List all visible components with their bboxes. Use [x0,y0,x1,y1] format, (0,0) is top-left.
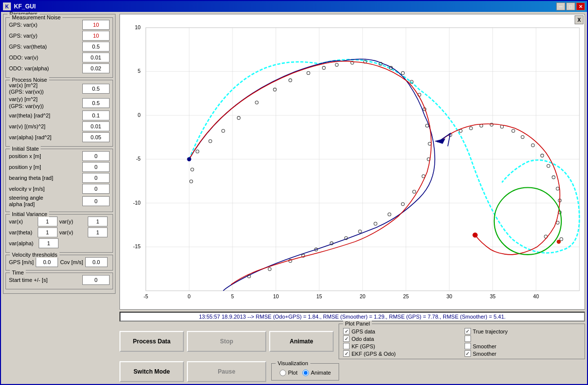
iv-var-theta-input[interactable] [38,227,58,237]
iv-label: var(y) [59,219,88,224]
svg-point-92 [557,240,561,244]
ekf-gps-odo-checkbox[interactable] [343,350,350,357]
plot-panel-box: Plot Panel GPS data True trajectory O [339,324,585,359]
maximize-button[interactable]: □ [566,2,575,10]
initial-variance-title: Initial Variance [10,211,49,217]
animate-radio-label: Animate [311,370,331,376]
process-noise-title: Process Noise [10,77,49,83]
form-row: bearing theta [rad] [9,173,110,183]
stop-button[interactable]: Stop [187,331,266,352]
pp-smoother1: Smoother [465,343,581,349]
svg-text:30: 30 [446,294,452,299]
odo-data-checkbox[interactable] [343,335,350,342]
form-row: steering anglealpha [rad] [9,195,110,208]
initial-state-group: Initial State position x [m] position y … [5,149,113,212]
iv-label: var(v) [59,229,88,235]
switch-mode-button[interactable]: Switch Mode [119,361,184,382]
form-row: var(y) [m^2](GPS: var(vy)) [9,96,110,109]
time-title: Time [10,270,26,275]
iv-var-y-input[interactable] [88,217,108,226]
iv-var-alpha-input[interactable] [39,238,59,248]
velocity-thresholds-title: Velocity thresholds [10,252,59,258]
kf-gps-label: KF (GPS) [352,343,375,349]
form-row: var(v) [(m/s)^2] [9,121,110,131]
time-group: Time Start time +/- [s] [5,273,113,289]
pause-button[interactable]: Pause [187,361,266,382]
is-steering-alpha-input[interactable] [82,196,110,206]
pp-empty [465,335,581,342]
bottom-controls-row1: Process Data Stop Animate Plot Panel GPS… [119,324,585,359]
gps-var-theta-input[interactable] [82,42,110,52]
gps-data-checkbox[interactable] [343,328,350,334]
field-label: var(y) [m^2](GPS: var(vy)) [9,96,82,109]
empty-checkbox[interactable] [465,335,471,342]
form-row: var(x) [m^2](GPS: var(vx)) [9,82,110,95]
is-pos-y-input[interactable] [82,162,110,172]
smoother2-checkbox[interactable] [465,350,471,357]
close-button[interactable]: ✕ [576,2,585,10]
minimize-button[interactable]: ─ [556,2,565,10]
titlebar: K KF_GUI ─ □ ✕ [1,1,587,12]
right-panel: X [118,12,587,384]
initial-state-title: Initial State [10,146,41,152]
is-pos-x-input[interactable] [82,151,110,161]
process-data-button[interactable]: Process Data [119,331,184,352]
gps-var-x-input[interactable] [82,20,110,30]
field-label: ODO: var(v) [9,55,82,60]
true-traj-checkbox[interactable] [465,328,471,334]
svg-text:0: 0 [138,112,141,118]
odo-var-alpha-input[interactable] [82,63,110,73]
animate-button[interactable]: Animate [269,331,334,352]
svg-text:35: 35 [490,294,496,299]
pp-ekf-gps-odo: EKF (GPS & Odo) [343,350,460,357]
measurement-noise-group: Measurement Noise GPS: var(x) GPS: var(y… [5,17,113,78]
status-bar: 13:55:57 18.9.2013 --> RMSE (Odo+GPS) = … [119,312,585,322]
bottom-controls-row2: Switch Mode Pause Visualization Plot Ani… [119,361,585,382]
svg-text:40: 40 [533,294,539,299]
pn-var-x-input[interactable] [82,84,110,94]
odo-var-v-input[interactable] [82,53,110,62]
animate-radio[interactable] [302,370,309,376]
svg-text:5: 5 [138,68,141,74]
field-label: bearing theta [rad] [9,175,82,181]
process-noise-group: Process Noise var(x) [m^2](GPS: var(vx))… [5,80,113,147]
gps-ms-input[interactable] [36,257,58,267]
true-traj-label: True trajectory [473,329,508,334]
form-row: ODO: var(alpha) [9,63,110,73]
is-velocity-v-input[interactable] [82,184,110,194]
left-panel: Parameters Measurement Noise GPS: var(x)… [1,12,118,384]
gps-var-y-input[interactable] [82,31,110,41]
svg-text:5: 5 [231,294,234,299]
svg-text:20: 20 [360,294,366,299]
iv-label: var(x) [9,219,38,224]
pp-gps-data: GPS data [343,328,460,334]
iv-var-v-input[interactable] [88,227,108,237]
plot-panel-title: Plot Panel [343,321,372,327]
start-time-input[interactable] [82,275,110,285]
svg-text:10: 10 [273,294,279,299]
pn-var-v-input[interactable] [82,121,110,131]
svg-text:-10: -10 [133,200,141,206]
svg-point-90 [187,157,191,161]
plot-radio-group: Plot [280,370,297,376]
initial-variance-group: Initial Variance var(x) var(y) var(theta… [5,214,113,253]
form-row: velocity v [m/s] [9,184,110,194]
plot-radio[interactable] [280,370,286,376]
status-text: 13:55:57 18.9.2013 --> RMSE (Odo+GPS) = … [199,314,506,320]
field-label: steering anglealpha [rad] [9,195,82,208]
svg-point-91 [472,232,477,237]
form-row: var(alpha) [rad^2] [9,132,110,142]
pp-odo-data: Odo data [343,335,460,342]
iv-var-x-input[interactable] [38,217,58,226]
kf-gps-checkbox[interactable] [343,343,350,349]
form-row: var(theta) [rad^2] [9,110,110,120]
cov-ms-label: Cov [m/s] [60,259,83,265]
pn-var-y-input[interactable] [82,98,110,108]
is-bearing-theta-input[interactable] [82,173,110,183]
plot-close-button[interactable]: X [575,15,584,24]
field-label: GPS: var(theta) [9,44,82,50]
pn-var-theta-input[interactable] [82,110,110,120]
cov-ms-input[interactable] [85,257,108,267]
smoother1-checkbox[interactable] [465,343,471,349]
pn-var-alpha-input[interactable] [82,132,110,142]
